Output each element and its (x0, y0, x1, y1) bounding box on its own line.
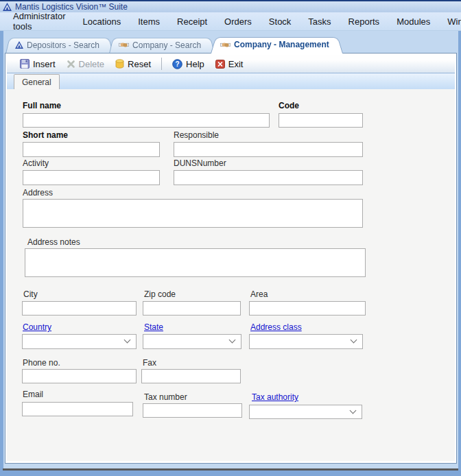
menu-reports[interactable]: Reports (342, 14, 386, 29)
tax-number-label: Tax number (144, 392, 187, 402)
help-question-icon: ? (172, 59, 182, 69)
full-name-input[interactable] (23, 113, 270, 128)
fax-input[interactable] (141, 369, 241, 383)
tax-authority-select[interactable] (249, 405, 362, 419)
delete-label: Delete (79, 59, 105, 69)
save-floppy-icon (20, 59, 29, 69)
help-button[interactable]: ? Help (167, 57, 209, 71)
tab-general[interactable]: General (14, 74, 60, 89)
menu-receipt[interactable]: Receipt (171, 14, 213, 29)
state-link[interactable]: State (144, 322, 163, 332)
exit-close-icon (215, 60, 225, 69)
insert-button[interactable]: Insert (15, 57, 60, 71)
tax-number-input[interactable] (143, 403, 242, 418)
chevron-down-icon (350, 407, 357, 414)
menu-locations[interactable]: Locations (77, 14, 128, 29)
menu-window[interactable]: Window (441, 14, 461, 29)
help-label: Help (186, 59, 204, 69)
menu-tasks[interactable]: Tasks (302, 14, 337, 29)
menu-modules[interactable]: Modules (390, 14, 436, 29)
company-management-form: Full name Code Short name Responsible Ac… (7, 89, 455, 461)
menu-bar: Administrator tools Locations Items Rece… (0, 12, 461, 31)
address-label: Address (23, 188, 53, 198)
country-link[interactable]: Country (23, 322, 51, 332)
reset-database-icon (115, 59, 124, 69)
window-frame-bottom (0, 471, 461, 476)
toolbar-separator (161, 58, 162, 70)
exit-label: Exit (228, 59, 244, 69)
code-input[interactable] (279, 113, 363, 128)
country-select[interactable] (22, 334, 137, 349)
address-textarea[interactable] (23, 199, 363, 228)
phone-no-input[interactable] (22, 369, 137, 383)
area-input[interactable] (249, 301, 366, 316)
city-input[interactable] (22, 301, 137, 316)
address-notes-textarea[interactable] (25, 248, 366, 277)
address-class-link[interactable]: Address class (250, 322, 302, 332)
content-panel: Insert Delete Reset (5, 53, 457, 464)
menu-items[interactable]: Items (132, 14, 166, 29)
duns-number-input[interactable] (174, 170, 363, 185)
window-frame-left (0, 31, 3, 471)
window-frame-right (458, 31, 461, 471)
phone-no-label: Phone no. (23, 358, 60, 368)
responsible-input[interactable] (174, 142, 363, 157)
tab-label: Company - Search (132, 40, 201, 50)
activity-label: Activity (23, 158, 49, 168)
code-label: Code (279, 101, 299, 110)
chevron-down-icon (351, 337, 357, 344)
toolbar: Insert Delete Reset (7, 55, 455, 73)
insert-label: Insert (33, 59, 56, 69)
email-input[interactable] (22, 402, 133, 416)
application-window: Mantis Logistics Vision™ Suite Administr… (0, 0, 461, 476)
tab-label: Company - Management (234, 40, 329, 49)
menu-orders[interactable]: Orders (218, 14, 258, 29)
zip-code-label: Zip code (144, 289, 176, 299)
handshake-icon (119, 41, 129, 49)
chevron-down-icon (124, 337, 131, 344)
duns-number-label: DUNSNumber (174, 158, 226, 168)
address-notes-label: Address notes (27, 237, 80, 247)
delete-button[interactable]: Delete (62, 57, 110, 71)
address-class-select[interactable] (249, 334, 363, 349)
tax-authority-link[interactable]: Tax authority (252, 392, 298, 402)
city-label: City (23, 289, 38, 299)
delete-x-icon (67, 60, 75, 69)
state-select[interactable] (143, 334, 241, 349)
reset-button[interactable]: Reset (110, 57, 156, 71)
document-tabstrip: Depositors - Search Company - Search (5, 36, 456, 53)
tab-company-search[interactable]: Company - Search (109, 36, 215, 53)
short-name-input[interactable] (23, 142, 160, 157)
email-label: Email (23, 390, 43, 399)
chevron-down-icon (229, 337, 236, 344)
full-name-label: Full name (23, 101, 61, 110)
exit-button[interactable]: Exit (211, 57, 248, 71)
tab-label: Depositors - Search (27, 40, 99, 50)
svg-text:?: ? (176, 60, 180, 68)
menu-stock[interactable]: Stock (263, 14, 298, 29)
responsible-label: Responsible (174, 130, 219, 140)
menu-administrator-tools[interactable]: Administrator tools (7, 8, 72, 34)
zip-code-input[interactable] (143, 301, 241, 316)
activity-input[interactable] (23, 170, 160, 185)
handshake-icon (220, 41, 230, 49)
tab-company-management[interactable]: Company - Management (211, 36, 343, 53)
mantis-logo-icon (15, 41, 23, 49)
reset-label: Reset (128, 59, 151, 69)
short-name-label: Short name (23, 130, 68, 140)
tab-depositors-search[interactable]: Depositors - Search (5, 36, 113, 53)
fax-label: Fax (143, 358, 156, 368)
inner-tabstrip: General (7, 73, 455, 89)
area-label: Area (250, 289, 268, 299)
